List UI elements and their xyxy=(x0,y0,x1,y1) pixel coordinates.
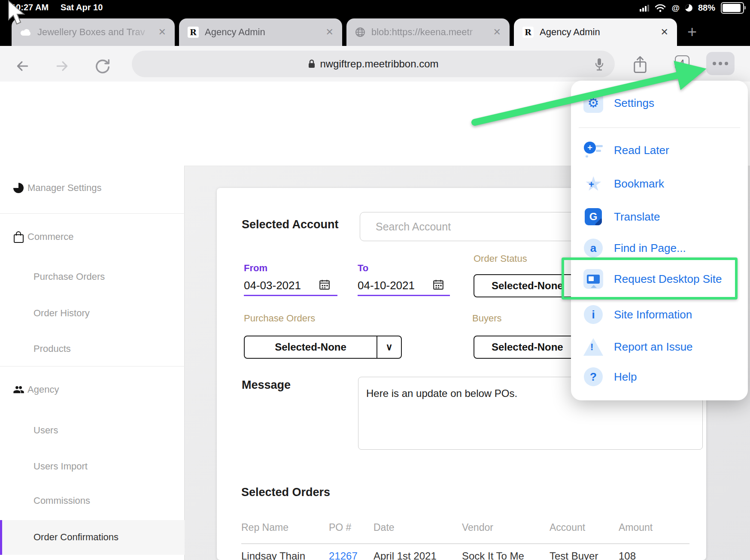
sidebar-item-users[interactable]: Users xyxy=(0,418,185,443)
cloud-favicon xyxy=(20,28,31,36)
col-amount: Amount xyxy=(619,522,653,533)
forward-icon[interactable] xyxy=(55,59,70,73)
globe-favicon xyxy=(355,27,365,37)
sidebar: Manager Settings Commerce Purchase Order… xyxy=(0,166,185,560)
sidebar-item-agency[interactable]: Agency xyxy=(0,377,185,403)
menu-item-report-an-issue[interactable]: ! Report an Issue xyxy=(583,333,738,360)
url-text: nwgiftrep.meetribbon.com xyxy=(320,58,438,70)
tab-bar: Jewellery Boxes and Trav ✕ R Agency Admi… xyxy=(0,16,750,46)
from-date-value[interactable]: 04-03-2021 xyxy=(244,279,301,292)
purchase-orders-dropdown[interactable]: Selected-None ∨ xyxy=(244,336,402,359)
col-rep-name: Rep Name xyxy=(241,522,288,533)
sidebar-item-manager-settings[interactable]: Manager Settings xyxy=(0,175,185,201)
purchase-orders-label: Purchase Orders xyxy=(244,313,315,324)
find-in-page-icon: a xyxy=(584,239,603,257)
cell-account: Test Buyer xyxy=(550,550,598,560)
divider xyxy=(0,366,185,366)
cell-vendor: Sock It To Me xyxy=(462,550,524,560)
col-po: PO # xyxy=(329,522,351,533)
sidebar-item-products[interactable]: Products xyxy=(0,336,185,362)
cell-amount: 108 xyxy=(619,550,636,560)
sidebar-item-commerce[interactable]: Commerce xyxy=(0,224,185,250)
shopping-bag-icon xyxy=(12,230,25,243)
new-tab-button[interactable]: + xyxy=(687,24,697,40)
from-label: From xyxy=(244,263,267,274)
warning-triangle-icon: ! xyxy=(583,336,604,357)
menu-item-read-later[interactable]: + Read Later xyxy=(583,136,738,164)
selected-account-label: Selected Account xyxy=(242,218,339,231)
battery-percent: 88% xyxy=(698,3,715,13)
table-header-divider xyxy=(241,543,689,544)
buyers-label: Buyers xyxy=(472,313,501,324)
close-tab-icon[interactable]: ✕ xyxy=(661,27,668,38)
menu-item-bookmark[interactable]: ★ + Bookmark xyxy=(583,170,738,197)
bookmark-star-icon: ★ + xyxy=(583,173,604,194)
close-tab-icon[interactable]: ✕ xyxy=(326,27,334,38)
orientation-lock-icon: @ xyxy=(671,3,680,13)
tab-agency-admin-active[interactable]: R Agency Admin ✕ xyxy=(514,18,677,46)
cellular-signal-icon xyxy=(640,5,649,12)
divider xyxy=(0,213,185,214)
selected-orders-heading: Selected Orders xyxy=(241,486,330,499)
wifi-icon xyxy=(655,4,666,12)
help-icon: ? xyxy=(584,367,603,386)
info-icon: i xyxy=(584,305,603,324)
menu-item-help[interactable]: ? Help xyxy=(583,363,738,390)
sidebar-item-order-history[interactable]: Order History xyxy=(0,300,185,326)
chevron-down-icon[interactable]: ∨ xyxy=(377,342,401,353)
pie-chart-icon xyxy=(12,182,25,194)
status-bar: 10:27 AM Sat Apr 10 @ 88% xyxy=(0,0,750,16)
col-date: Date xyxy=(373,522,395,533)
tab-agency-admin-1[interactable]: R Agency Admin ✕ xyxy=(179,18,342,46)
order-status-label: Order Status xyxy=(474,253,527,264)
mouse-cursor xyxy=(8,0,27,27)
calendar-icon[interactable] xyxy=(319,279,330,290)
to-label: To xyxy=(358,263,368,274)
people-group-icon xyxy=(12,383,25,396)
tab-jewellery-boxes[interactable]: Jewellery Boxes and Trav ✕ xyxy=(12,18,175,46)
calendar-icon[interactable] xyxy=(433,279,444,290)
translate-icon: G xyxy=(583,206,604,227)
cell-po-link[interactable]: 21267 xyxy=(329,550,358,560)
r-favicon: R xyxy=(188,27,199,38)
tab-title: Agency Admin xyxy=(205,27,320,38)
menu-item-translate[interactable]: G Translate xyxy=(583,203,738,230)
col-vendor: Vendor xyxy=(462,522,493,533)
to-date-value[interactable]: 04-10-2021 xyxy=(358,279,415,292)
reload-icon[interactable] xyxy=(94,58,111,74)
r-favicon: R xyxy=(522,27,534,38)
tab-title: Agency Admin xyxy=(540,27,655,38)
status-date: Sat Apr 10 xyxy=(61,3,103,12)
tab-title: blob:https://keena.meetr xyxy=(371,27,487,38)
sidebar-item-purchase-orders[interactable]: Purchase Orders xyxy=(0,264,185,290)
lock-icon xyxy=(308,59,316,69)
cell-rep-name: Lindsay Thain xyxy=(241,550,305,560)
to-underline xyxy=(358,295,450,296)
back-icon[interactable] xyxy=(15,59,30,73)
close-tab-icon[interactable]: ✕ xyxy=(158,27,166,38)
sidebar-item-order-confirmations[interactable]: Order Confirmations xyxy=(0,524,185,550)
tab-title: Jewellery Boxes and Trav xyxy=(37,27,152,38)
annotation-arrow xyxy=(464,52,713,134)
battery-icon xyxy=(721,2,744,14)
do-not-disturb-moon-icon xyxy=(685,4,692,12)
tab-blob-url[interactable]: blob:https://keena.meetr ✕ xyxy=(346,18,510,46)
menu-item-site-information[interactable]: i Site Information xyxy=(583,301,738,328)
col-account: Account xyxy=(550,522,585,533)
message-label: Message xyxy=(242,378,291,392)
screen: 10:27 AM Sat Apr 10 @ 88% Jewellery Boxe… xyxy=(0,0,750,560)
highlight-box-request-desktop-site xyxy=(562,257,738,300)
from-underline xyxy=(244,295,337,296)
read-later-icon: + xyxy=(583,140,604,160)
cell-date: April 1st 2021 xyxy=(373,550,437,560)
sidebar-item-users-import[interactable]: Users Import xyxy=(0,454,185,479)
close-tab-icon[interactable]: ✕ xyxy=(493,27,501,38)
sidebar-item-commissions[interactable]: Commissions xyxy=(0,488,185,514)
